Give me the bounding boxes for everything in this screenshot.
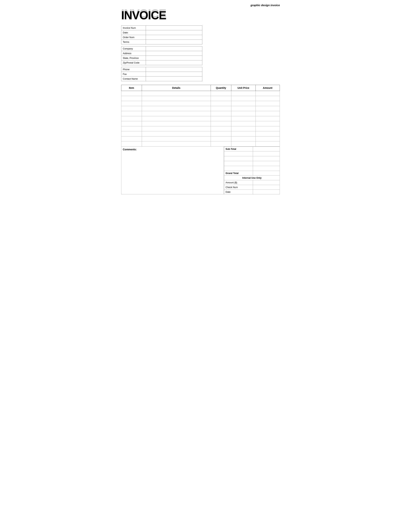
table-cell[interactable] (231, 136, 255, 141)
table-cell[interactable] (231, 131, 255, 136)
totals-empty-value[interactable] (253, 156, 280, 161)
table-cell[interactable] (211, 96, 231, 101)
table-cell[interactable] (255, 91, 280, 96)
table-cell[interactable] (255, 116, 280, 121)
table-cell[interactable] (211, 136, 231, 141)
table-cell[interactable] (255, 96, 280, 101)
table-row (121, 111, 280, 116)
info-label: Date: (121, 30, 146, 35)
info-value[interactable] (146, 76, 202, 81)
table-cell[interactable] (121, 106, 142, 111)
info-label: Company (121, 46, 146, 51)
invoice-table: Item Details Quantity Unit Price Amount (121, 85, 280, 146)
info-label: Fax (121, 72, 146, 76)
table-cell[interactable] (231, 121, 255, 126)
table-row (121, 91, 280, 96)
table-cell[interactable] (211, 141, 231, 146)
table-cell[interactable] (142, 136, 211, 141)
info-table-1: Invoice NumDate:Order NumTerms (121, 25, 202, 44)
totals-label: Check Num (224, 185, 253, 190)
totals-value[interactable] (253, 185, 280, 190)
info-value[interactable] (146, 35, 202, 40)
table-cell[interactable] (211, 131, 231, 136)
totals-label: Date (224, 190, 253, 194)
table-cell[interactable] (121, 111, 142, 116)
table-row (121, 106, 280, 111)
info-value[interactable] (146, 26, 202, 30)
table-row (121, 121, 280, 126)
table-cell[interactable] (231, 111, 255, 116)
table-cell[interactable] (255, 106, 280, 111)
info-value[interactable] (146, 67, 202, 72)
info-value[interactable] (146, 51, 202, 56)
table-cell[interactable] (142, 116, 211, 121)
table-cell[interactable] (255, 136, 280, 141)
table-cell[interactable] (211, 126, 231, 131)
totals-value[interactable] (253, 171, 280, 176)
totals-center-label: Internal Use Only (224, 176, 280, 180)
info-value[interactable] (146, 40, 202, 44)
table-cell[interactable] (142, 101, 211, 106)
totals-value[interactable] (253, 190, 280, 194)
totals-empty-value[interactable] (253, 161, 280, 166)
table-cell[interactable] (211, 116, 231, 121)
table-cell[interactable] (231, 91, 255, 96)
table-cell[interactable] (211, 106, 231, 111)
totals-empty-label (224, 156, 253, 161)
table-cell[interactable] (142, 131, 211, 136)
table-row (121, 116, 280, 121)
comments-label: Comments: (123, 148, 137, 151)
info-table-3: PhoneFaxContact Name (121, 67, 202, 81)
table-cell[interactable] (121, 116, 142, 121)
table-cell[interactable] (211, 91, 231, 96)
table-cell[interactable] (255, 111, 280, 116)
table-cell[interactable] (142, 96, 211, 101)
table-cell[interactable] (231, 126, 255, 131)
info-label: Order Num (121, 35, 146, 40)
table-cell[interactable] (121, 121, 142, 126)
col-header-item: Item (121, 85, 142, 91)
table-cell[interactable] (121, 141, 142, 146)
table-cell[interactable] (121, 136, 142, 141)
totals-empty-value[interactable] (253, 152, 280, 156)
table-cell[interactable] (121, 101, 142, 106)
table-cell[interactable] (231, 116, 255, 121)
table-cell[interactable] (142, 126, 211, 131)
info-label: Zip/Postal Code (121, 60, 146, 65)
table-cell[interactable] (121, 96, 142, 101)
info-value[interactable] (146, 46, 202, 51)
info-value[interactable] (146, 72, 202, 76)
table-cell[interactable] (255, 141, 280, 146)
table-cell[interactable] (231, 96, 255, 101)
comments-section: Comments: (121, 146, 224, 194)
table-cell[interactable] (211, 101, 231, 106)
bottom-section: Comments:Sub-TotalGrand TotalInternal Us… (121, 146, 280, 194)
table-cell[interactable] (255, 126, 280, 131)
info-label: Address (121, 51, 146, 56)
totals-empty-value[interactable] (253, 166, 280, 171)
table-row (121, 131, 280, 136)
table-cell[interactable] (211, 121, 231, 126)
info-value[interactable] (146, 60, 202, 65)
table-cell[interactable] (231, 101, 255, 106)
table-cell[interactable] (255, 121, 280, 126)
table-cell[interactable] (142, 141, 211, 146)
table-cell[interactable] (231, 106, 255, 111)
totals-empty-label (224, 166, 253, 171)
table-cell[interactable] (255, 131, 280, 136)
table-cell[interactable] (255, 101, 280, 106)
totals-label: Sub-Total (224, 147, 253, 152)
table-cell[interactable] (142, 106, 211, 111)
info-value[interactable] (146, 30, 202, 35)
table-cell[interactable] (121, 131, 142, 136)
table-cell[interactable] (121, 91, 142, 96)
table-cell[interactable] (142, 111, 211, 116)
table-cell[interactable] (142, 91, 211, 96)
table-cell[interactable] (142, 121, 211, 126)
totals-value[interactable] (253, 180, 280, 185)
table-cell[interactable] (231, 141, 255, 146)
table-cell[interactable] (211, 111, 231, 116)
table-cell[interactable] (121, 126, 142, 131)
info-value[interactable] (146, 56, 202, 60)
totals-value[interactable] (253, 147, 280, 152)
